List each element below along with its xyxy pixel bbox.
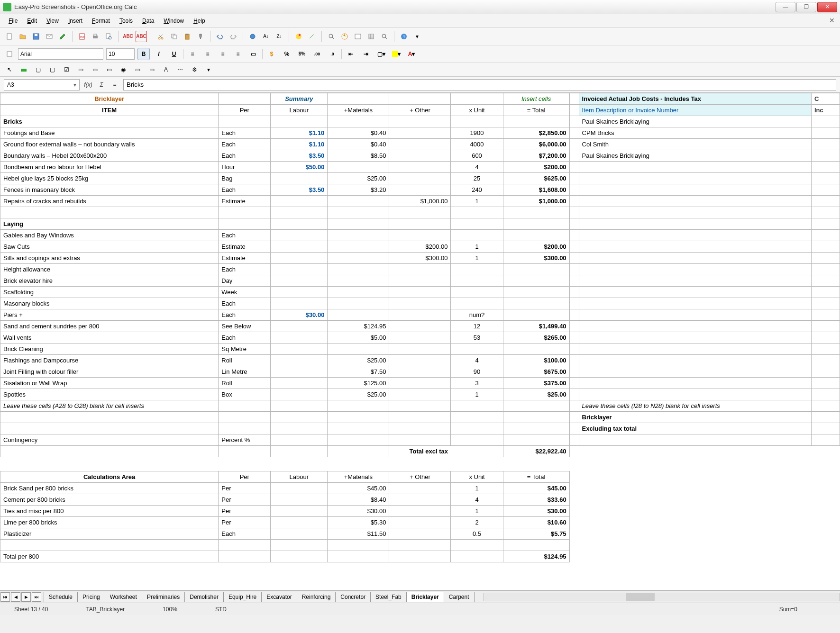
cell[interactable] — [389, 494, 451, 506]
checkbox-icon[interactable]: ☑ — [61, 64, 72, 75]
align-center-icon[interactable]: ≡ — [201, 48, 214, 60]
cell[interactable]: Height allowance — [0, 264, 219, 275]
cell[interactable]: +Materials — [328, 105, 389, 116]
cell[interactable]: Joint Filling with colour filler — [0, 366, 219, 378]
cell[interactable] — [569, 446, 579, 457]
cell[interactable]: Brick elevator hire — [0, 275, 219, 287]
cell[interactable] — [389, 400, 451, 412]
menu-file[interactable]: File — [4, 16, 22, 26]
cell[interactable] — [503, 412, 569, 423]
cell[interactable] — [811, 494, 840, 506]
cell[interactable] — [219, 551, 271, 562]
cell[interactable] — [271, 434, 328, 446]
textbox-icon[interactable]: ▭ — [75, 64, 86, 75]
help-icon[interactable]: ? — [398, 31, 410, 42]
cell[interactable] — [389, 184, 451, 196]
open-icon[interactable] — [17, 31, 28, 42]
cell[interactable] — [389, 434, 451, 446]
cell[interactable] — [389, 321, 451, 332]
cell[interactable] — [389, 366, 451, 378]
cell[interactable] — [389, 412, 451, 423]
cell[interactable] — [579, 264, 811, 275]
cell[interactable] — [569, 230, 579, 241]
cell[interactable]: Labour — [271, 105, 328, 116]
paste-icon[interactable] — [182, 31, 193, 42]
cell[interactable] — [271, 241, 328, 253]
cell[interactable]: Roll — [219, 355, 271, 366]
cell[interactable]: $7.50 — [328, 366, 389, 378]
cell[interactable] — [503, 423, 569, 434]
cell[interactable]: Sisalation or Wall Wrap — [0, 378, 219, 389]
cell[interactable] — [811, 423, 840, 434]
cell[interactable] — [579, 366, 811, 378]
cell[interactable]: $45.00 — [328, 483, 389, 494]
sort-desc-icon[interactable]: Z↓ — [274, 31, 285, 42]
cell[interactable] — [569, 483, 579, 494]
cell[interactable]: 2 — [451, 517, 503, 528]
cell[interactable] — [569, 471, 579, 483]
close-button[interactable]: ✕ — [817, 2, 837, 12]
cell[interactable]: Spotties — [0, 389, 219, 400]
cell[interactable]: Week — [219, 287, 271, 298]
pdf-icon[interactable]: PDF — [76, 31, 88, 42]
font-color-icon[interactable]: A▾ — [405, 48, 418, 60]
cell[interactable] — [271, 321, 328, 332]
cell[interactable] — [503, 540, 569, 551]
cell[interactable] — [389, 150, 451, 162]
cell[interactable]: $10.60 — [503, 517, 569, 528]
cell[interactable] — [579, 321, 811, 332]
cell[interactable]: Leave these cells (I28 to N28) blank for… — [579, 400, 811, 412]
cell[interactable]: Fences in masonary block — [0, 184, 219, 196]
cell[interactable] — [811, 309, 840, 321]
cell[interactable] — [328, 93, 389, 105]
cell[interactable] — [271, 506, 328, 517]
cell[interactable] — [579, 517, 811, 528]
cell[interactable]: CPM Bricks — [579, 127, 811, 139]
cell[interactable] — [569, 184, 579, 196]
cell[interactable] — [811, 471, 840, 483]
cell[interactable]: 1 — [451, 389, 503, 400]
cell[interactable]: $30.00 — [328, 506, 389, 517]
cell[interactable]: Per — [219, 517, 271, 528]
cell[interactable]: $11.50 — [328, 528, 389, 540]
cell[interactable]: Bricklayer — [0, 93, 219, 105]
sum-icon[interactable]: Σ — [97, 81, 106, 88]
cell[interactable]: $0.40 — [328, 139, 389, 150]
cell[interactable] — [811, 321, 840, 332]
cell[interactable] — [569, 506, 579, 517]
cell[interactable] — [451, 230, 503, 241]
cell[interactable]: 4 — [451, 162, 503, 173]
sheet-tab-worksheet[interactable]: Worksheet — [105, 592, 142, 602]
cell[interactable] — [503, 264, 569, 275]
sum-display[interactable]: Sum=0 — [770, 606, 835, 613]
cell[interactable] — [569, 275, 579, 287]
cell[interactable] — [451, 116, 503, 127]
cell[interactable] — [569, 287, 579, 298]
cell[interactable] — [811, 551, 840, 562]
cell[interactable]: Sand and cement sundries per 800 — [0, 321, 219, 332]
cell[interactable]: Col Smith — [579, 139, 811, 150]
form-icon[interactable]: ▢ — [46, 64, 58, 75]
cell[interactable] — [579, 309, 811, 321]
cell[interactable]: Each — [219, 264, 271, 275]
cell[interactable] — [579, 434, 811, 446]
cell[interactable]: Per — [219, 471, 271, 483]
cell[interactable] — [451, 275, 503, 287]
cell[interactable]: Hebel glue lays 25 blocks 25kg — [0, 173, 219, 184]
cell[interactable]: Box — [219, 389, 271, 400]
cell[interactable] — [569, 139, 579, 150]
cell[interactable] — [271, 116, 328, 127]
control-icon[interactable]: ▢ — [32, 64, 44, 75]
cell[interactable] — [219, 400, 271, 412]
cell[interactable]: Estimate — [219, 196, 271, 207]
currency-icon[interactable]: $ — [265, 48, 278, 60]
cell[interactable] — [569, 264, 579, 275]
cell[interactable]: $625.00 — [503, 173, 569, 184]
print-icon[interactable] — [90, 31, 101, 42]
cell-reference-box[interactable]: A3 ▾ — [4, 79, 80, 90]
cell[interactable] — [389, 457, 451, 471]
cell[interactable] — [811, 127, 840, 139]
cell[interactable]: Footings and Base — [0, 127, 219, 139]
cell[interactable] — [0, 412, 219, 423]
cell[interactable] — [569, 457, 579, 471]
